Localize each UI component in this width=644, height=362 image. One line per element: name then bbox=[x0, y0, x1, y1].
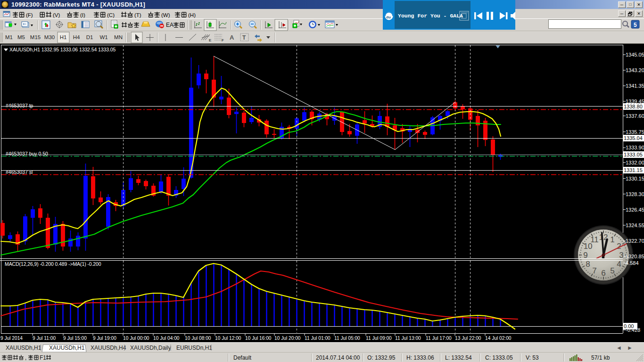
svg-text:◄: ◄ bbox=[616, 345, 622, 351]
svg-text:1328.30: 1328.30 bbox=[626, 191, 644, 197]
svg-text:1320.85: 1320.85 bbox=[626, 254, 644, 259]
svg-text:EURUSDn,H1: EURUSDn,H1 bbox=[176, 345, 212, 351]
svg-text:1343.20: 1343.20 bbox=[626, 67, 644, 73]
svg-text:5: 5 bbox=[610, 266, 614, 275]
svg-text:13 Jul 22:00: 13 Jul 22:00 bbox=[455, 336, 481, 341]
svg-text:10 Jul 16:00: 10 Jul 16:00 bbox=[245, 336, 272, 341]
svg-text:2014.07.14 04:00: 2014.07.14 04:00 bbox=[316, 354, 360, 361]
svg-text:1: 1 bbox=[610, 235, 614, 244]
svg-text:O: 1332.95: O: 1332.95 bbox=[367, 354, 396, 361]
svg-text:XAUUSDh,H1: XAUUSDh,H1 bbox=[6, 345, 41, 351]
svg-text:XAUUSDh,H4: XAUUSDh,H4 bbox=[91, 345, 126, 351]
svg-text:9 Jul 2014: 9 Jul 2014 bbox=[0, 336, 23, 341]
svg-text:,: , bbox=[25, 354, 26, 361]
svg-text:XAUUSDh,H1: XAUUSDh,H1 bbox=[49, 345, 85, 351]
svg-text:1333.90: 1333.90 bbox=[626, 145, 644, 150]
svg-text:0.00: 0.00 bbox=[624, 323, 634, 329]
svg-text:10 Jul 04:00: 10 Jul 04:00 bbox=[153, 336, 180, 341]
svg-text:Young For You - GALA: Young For You - GALA bbox=[398, 13, 463, 19]
svg-text:8: 8 bbox=[586, 260, 590, 269]
svg-text:#4653037 tp: #4653037 tp bbox=[6, 103, 33, 108]
svg-text:11 Jul 17:00: 11 Jul 17:00 bbox=[426, 336, 452, 341]
svg-text:1341.35: 1341.35 bbox=[626, 83, 644, 89]
svg-text:1337.60: 1337.60 bbox=[626, 113, 644, 119]
svg-text:1324.55: 1324.55 bbox=[626, 222, 644, 228]
svg-text:1326.45: 1326.45 bbox=[626, 207, 644, 213]
svg-text:5: 5 bbox=[634, 22, 637, 28]
svg-text:11 Jul 01:00: 11 Jul 01:00 bbox=[305, 336, 330, 341]
svg-text:11: 11 bbox=[590, 235, 599, 244]
svg-text:L: 1332.54: L: 1332.54 bbox=[445, 354, 472, 361]
svg-text:11 Jul 13:00: 11 Jul 13:00 bbox=[395, 336, 421, 341]
svg-text:1332.00: 1332.00 bbox=[626, 160, 644, 165]
svg-text:1322.70: 1322.70 bbox=[626, 238, 644, 244]
svg-text:1333.05: 1333.05 bbox=[624, 152, 643, 157]
svg-text:H: 1333.06: H: 1333.06 bbox=[406, 354, 434, 361]
svg-text:57/1 kb: 57/1 kb bbox=[591, 354, 610, 361]
svg-text:7: 7 bbox=[592, 266, 596, 275]
svg-text:11 Jul 09:00: 11 Jul 09:00 bbox=[366, 336, 392, 341]
svg-text:10 Jul 12:00: 10 Jul 12:00 bbox=[215, 336, 241, 341]
svg-text:4.584: 4.584 bbox=[626, 260, 639, 266]
svg-text:V: 53: V: 53 bbox=[526, 354, 539, 361]
svg-text:6: 6 bbox=[601, 269, 605, 278]
svg-text:1331.15: 1331.15 bbox=[624, 167, 643, 173]
svg-text:#4653037 sl: #4653037 sl bbox=[6, 169, 33, 175]
svg-text:Default: Default bbox=[233, 354, 252, 361]
svg-text:du: du bbox=[386, 15, 391, 19]
svg-text:1338.80: 1338.80 bbox=[624, 104, 643, 109]
svg-text:XAUUSDh,H1 1332.95 1333.06 13: XAUUSDh,H1 1332.95 1333.06 1332.54 1333.… bbox=[9, 47, 116, 52]
svg-text:9 Jul 11:00: 9 Jul 11:00 bbox=[33, 336, 56, 341]
svg-text:#4653037 buy 0.50: #4653037 buy 0.50 bbox=[6, 151, 48, 156]
svg-text:C: 1333.05: C: 1333.05 bbox=[485, 354, 513, 361]
svg-text:F1: F1 bbox=[40, 354, 46, 361]
svg-text:10 Jul 20:00: 10 Jul 20:00 bbox=[274, 336, 301, 341]
svg-text:11 Jul 05:00: 11 Jul 05:00 bbox=[334, 336, 360, 341]
svg-text:14 Jul 02:00: 14 Jul 02:00 bbox=[485, 336, 512, 341]
svg-text:9 Jul 15:00: 9 Jul 15:00 bbox=[63, 336, 87, 341]
svg-text:1345.05: 1345.05 bbox=[626, 52, 644, 58]
svg-text:10 Jul 00:00: 10 Jul 00:00 bbox=[123, 336, 149, 341]
svg-text:1335.04: 1335.04 bbox=[624, 135, 643, 141]
svg-text:1335.75: 1335.75 bbox=[626, 129, 644, 135]
svg-text:MACD(12,26,9) -0.200 0.489 ->: MACD(12,26,9) -0.200 0.489 ->MA(1) -0.20… bbox=[5, 261, 101, 267]
svg-text:XAUUSDh,Daily: XAUUSDh,Daily bbox=[130, 345, 171, 351]
svg-text:4: 4 bbox=[617, 260, 621, 269]
svg-text:10 Jul 08:00: 10 Jul 08:00 bbox=[185, 336, 211, 341]
svg-text:9 Jul 19:00: 9 Jul 19:00 bbox=[93, 336, 116, 341]
svg-text:1330.15: 1330.15 bbox=[626, 176, 644, 181]
svg-text:►: ► bbox=[627, 345, 633, 351]
